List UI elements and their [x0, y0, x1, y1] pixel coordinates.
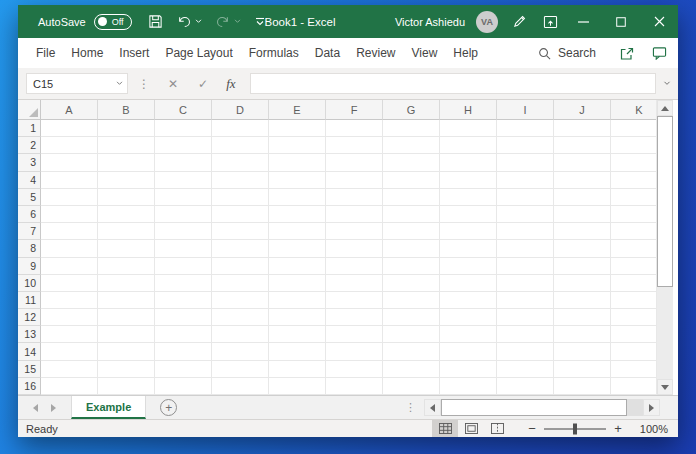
tab-page-layout[interactable]: Page Layout — [157, 46, 240, 60]
cell-g9[interactable] — [383, 258, 440, 275]
tab-split-gripper-icon[interactable]: ⋮ — [405, 401, 416, 414]
cell-e7[interactable] — [269, 223, 326, 240]
cell-b5[interactable] — [98, 189, 155, 206]
row-header-8[interactable]: 8 — [18, 240, 41, 257]
cell-b11[interactable] — [98, 292, 155, 309]
cell-b4[interactable] — [98, 172, 155, 189]
cell-b7[interactable] — [98, 223, 155, 240]
cell-g11[interactable] — [383, 292, 440, 309]
cell-f3[interactable] — [326, 154, 383, 171]
cell-f2[interactable] — [326, 137, 383, 154]
cell-b9[interactable] — [98, 258, 155, 275]
cell-g3[interactable] — [383, 154, 440, 171]
cell-i4[interactable] — [497, 172, 554, 189]
autosave-toggle[interactable]: Off — [94, 14, 132, 30]
cell-b8[interactable] — [98, 240, 155, 257]
expand-formula-bar-icon[interactable] — [656, 81, 678, 86]
tab-formulas[interactable]: Formulas — [241, 46, 307, 60]
cell-a7[interactable] — [41, 223, 98, 240]
name-box-dropdown-icon[interactable] — [116, 81, 123, 86]
save-icon[interactable] — [148, 14, 163, 29]
next-sheet-icon[interactable] — [51, 404, 56, 412]
cell-g10[interactable] — [383, 275, 440, 292]
cell-h9[interactable] — [440, 258, 497, 275]
cell-f11[interactable] — [326, 292, 383, 309]
ribbon-display-options-icon[interactable] — [543, 15, 558, 29]
row-header-15[interactable]: 15 — [18, 361, 41, 378]
cell-c16[interactable] — [155, 378, 212, 395]
cell-c6[interactable] — [155, 206, 212, 223]
cell-i10[interactable] — [497, 275, 554, 292]
column-header-d[interactable]: D — [212, 100, 269, 120]
cell-h3[interactable] — [440, 154, 497, 171]
cell-i14[interactable] — [497, 343, 554, 360]
formula-bar-gripper-icon[interactable]: ⋮ — [138, 78, 150, 90]
cell-j12[interactable] — [554, 309, 611, 326]
cell-c1[interactable] — [155, 120, 212, 137]
cell-a8[interactable] — [41, 240, 98, 257]
cell-c2[interactable] — [155, 137, 212, 154]
cell-h12[interactable] — [440, 309, 497, 326]
cell-i7[interactable] — [497, 223, 554, 240]
row-header-14[interactable]: 14 — [18, 343, 41, 360]
tab-insert[interactable]: Insert — [111, 46, 157, 60]
cell-f5[interactable] — [326, 189, 383, 206]
cell-j8[interactable] — [554, 240, 611, 257]
vertical-scrollbar-thumb[interactable] — [657, 116, 673, 287]
cell-h1[interactable] — [440, 120, 497, 137]
search-box[interactable]: Search — [538, 46, 596, 60]
cell-j15[interactable] — [554, 361, 611, 378]
cell-f10[interactable] — [326, 275, 383, 292]
share-button[interactable] — [614, 42, 640, 64]
cell-d7[interactable] — [212, 223, 269, 240]
cell-h14[interactable] — [440, 343, 497, 360]
column-header-c[interactable]: C — [155, 100, 212, 120]
row-header-11[interactable]: 11 — [18, 292, 41, 309]
cell-i3[interactable] — [497, 154, 554, 171]
cell-d3[interactable] — [212, 154, 269, 171]
cell-g16[interactable] — [383, 378, 440, 395]
cell-a13[interactable] — [41, 326, 98, 343]
cell-c12[interactable] — [155, 309, 212, 326]
cell-g1[interactable] — [383, 120, 440, 137]
scroll-down-icon[interactable] — [657, 379, 673, 395]
row-header-4[interactable]: 4 — [18, 172, 41, 189]
cell-j7[interactable] — [554, 223, 611, 240]
cell-g4[interactable] — [383, 172, 440, 189]
column-header-b[interactable]: B — [98, 100, 155, 120]
cell-d6[interactable] — [212, 206, 269, 223]
cell-j9[interactable] — [554, 258, 611, 275]
row-header-5[interactable]: 5 — [18, 189, 41, 206]
cell-a6[interactable] — [41, 206, 98, 223]
undo-button[interactable] — [177, 15, 202, 28]
cell-d1[interactable] — [212, 120, 269, 137]
cell-a10[interactable] — [41, 275, 98, 292]
cell-j4[interactable] — [554, 172, 611, 189]
cell-c9[interactable] — [155, 258, 212, 275]
cell-c14[interactable] — [155, 343, 212, 360]
cell-c10[interactable] — [155, 275, 212, 292]
cell-b6[interactable] — [98, 206, 155, 223]
column-header-j[interactable]: J — [554, 100, 611, 120]
cell-f12[interactable] — [326, 309, 383, 326]
enter-icon[interactable]: ✓ — [198, 77, 208, 91]
cell-b2[interactable] — [98, 137, 155, 154]
cell-b16[interactable] — [98, 378, 155, 395]
cell-a11[interactable] — [41, 292, 98, 309]
cell-e11[interactable] — [269, 292, 326, 309]
cell-c13[interactable] — [155, 326, 212, 343]
cell-j10[interactable] — [554, 275, 611, 292]
cell-f15[interactable] — [326, 361, 383, 378]
cell-d2[interactable] — [212, 137, 269, 154]
cell-b13[interactable] — [98, 326, 155, 343]
cell-d14[interactable] — [212, 343, 269, 360]
cell-j16[interactable] — [554, 378, 611, 395]
cell-f16[interactable] — [326, 378, 383, 395]
cell-e6[interactable] — [269, 206, 326, 223]
vertical-scrollbar[interactable] — [656, 100, 673, 395]
cell-j14[interactable] — [554, 343, 611, 360]
column-header-e[interactable]: E — [269, 100, 326, 120]
cell-f4[interactable] — [326, 172, 383, 189]
cell-g5[interactable] — [383, 189, 440, 206]
cell-d12[interactable] — [212, 309, 269, 326]
